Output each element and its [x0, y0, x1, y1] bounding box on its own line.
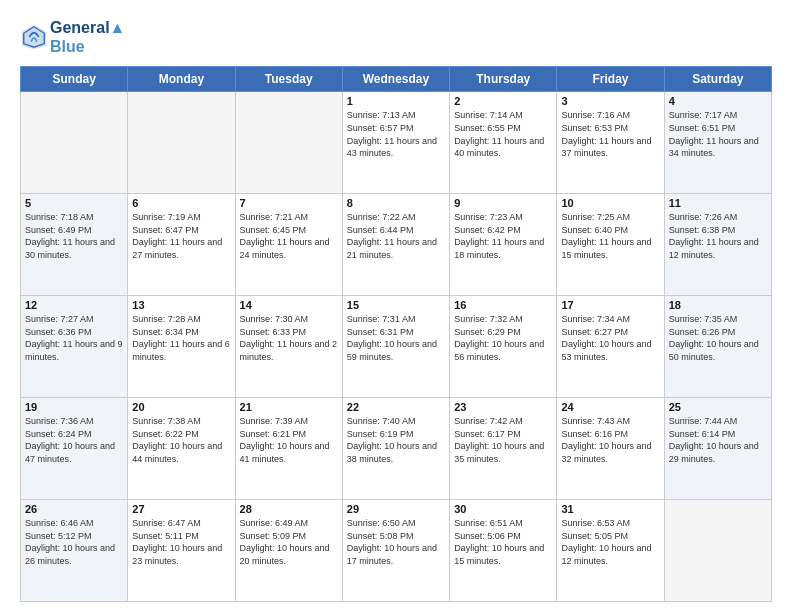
weekday-header-saturday: Saturday — [664, 67, 771, 92]
calendar-cell — [128, 92, 235, 194]
calendar-cell: 12Sunrise: 7:27 AMSunset: 6:36 PMDayligh… — [21, 296, 128, 398]
calendar-cell: 25Sunrise: 7:44 AMSunset: 6:14 PMDayligh… — [664, 398, 771, 500]
day-number: 22 — [347, 401, 445, 413]
calendar-cell: 6Sunrise: 7:19 AMSunset: 6:47 PMDaylight… — [128, 194, 235, 296]
day-info: Sunrise: 7:25 AMSunset: 6:40 PMDaylight:… — [561, 211, 659, 261]
day-info: Sunrise: 7:30 AMSunset: 6:33 PMDaylight:… — [240, 313, 338, 363]
page: General▲ Blue SundayMondayTuesdayWednesd… — [0, 0, 792, 612]
day-number: 7 — [240, 197, 338, 209]
calendar-cell: 1Sunrise: 7:13 AMSunset: 6:57 PMDaylight… — [342, 92, 449, 194]
day-info: Sunrise: 6:53 AMSunset: 5:05 PMDaylight:… — [561, 517, 659, 567]
calendar-week-1: 1Sunrise: 7:13 AMSunset: 6:57 PMDaylight… — [21, 92, 772, 194]
calendar-cell: 14Sunrise: 7:30 AMSunset: 6:33 PMDayligh… — [235, 296, 342, 398]
calendar-cell: 26Sunrise: 6:46 AMSunset: 5:12 PMDayligh… — [21, 500, 128, 602]
day-info: Sunrise: 7:36 AMSunset: 6:24 PMDaylight:… — [25, 415, 123, 465]
weekday-header-row: SundayMondayTuesdayWednesdayThursdayFrid… — [21, 67, 772, 92]
weekday-header-tuesday: Tuesday — [235, 67, 342, 92]
calendar-cell: 27Sunrise: 6:47 AMSunset: 5:11 PMDayligh… — [128, 500, 235, 602]
calendar-cell: 22Sunrise: 7:40 AMSunset: 6:19 PMDayligh… — [342, 398, 449, 500]
calendar-cell: 20Sunrise: 7:38 AMSunset: 6:22 PMDayligh… — [128, 398, 235, 500]
calendar-cell: 15Sunrise: 7:31 AMSunset: 6:31 PMDayligh… — [342, 296, 449, 398]
logo: General▲ Blue — [20, 18, 125, 56]
day-info: Sunrise: 6:46 AMSunset: 5:12 PMDaylight:… — [25, 517, 123, 567]
calendar-cell — [664, 500, 771, 602]
day-number: 28 — [240, 503, 338, 515]
logo-icon — [20, 23, 48, 51]
calendar-cell: 23Sunrise: 7:42 AMSunset: 6:17 PMDayligh… — [450, 398, 557, 500]
day-number: 9 — [454, 197, 552, 209]
day-info: Sunrise: 7:35 AMSunset: 6:26 PMDaylight:… — [669, 313, 767, 363]
day-number: 17 — [561, 299, 659, 311]
calendar-cell: 19Sunrise: 7:36 AMSunset: 6:24 PMDayligh… — [21, 398, 128, 500]
calendar-week-2: 5Sunrise: 7:18 AMSunset: 6:49 PMDaylight… — [21, 194, 772, 296]
calendar-cell — [235, 92, 342, 194]
day-number: 3 — [561, 95, 659, 107]
calendar-cell: 28Sunrise: 6:49 AMSunset: 5:09 PMDayligh… — [235, 500, 342, 602]
weekday-header-friday: Friday — [557, 67, 664, 92]
day-number: 12 — [25, 299, 123, 311]
calendar-cell: 10Sunrise: 7:25 AMSunset: 6:40 PMDayligh… — [557, 194, 664, 296]
day-info: Sunrise: 7:23 AMSunset: 6:42 PMDaylight:… — [454, 211, 552, 261]
calendar-cell: 5Sunrise: 7:18 AMSunset: 6:49 PMDaylight… — [21, 194, 128, 296]
calendar-cell: 16Sunrise: 7:32 AMSunset: 6:29 PMDayligh… — [450, 296, 557, 398]
day-info: Sunrise: 7:16 AMSunset: 6:53 PMDaylight:… — [561, 109, 659, 159]
day-info: Sunrise: 7:18 AMSunset: 6:49 PMDaylight:… — [25, 211, 123, 261]
day-info: Sunrise: 7:40 AMSunset: 6:19 PMDaylight:… — [347, 415, 445, 465]
day-info: Sunrise: 7:19 AMSunset: 6:47 PMDaylight:… — [132, 211, 230, 261]
day-info: Sunrise: 7:43 AMSunset: 6:16 PMDaylight:… — [561, 415, 659, 465]
weekday-header-monday: Monday — [128, 67, 235, 92]
calendar-week-3: 12Sunrise: 7:27 AMSunset: 6:36 PMDayligh… — [21, 296, 772, 398]
day-info: Sunrise: 7:17 AMSunset: 6:51 PMDaylight:… — [669, 109, 767, 159]
day-info: Sunrise: 7:32 AMSunset: 6:29 PMDaylight:… — [454, 313, 552, 363]
day-number: 24 — [561, 401, 659, 413]
calendar-cell: 7Sunrise: 7:21 AMSunset: 6:45 PMDaylight… — [235, 194, 342, 296]
calendar-cell: 8Sunrise: 7:22 AMSunset: 6:44 PMDaylight… — [342, 194, 449, 296]
day-info: Sunrise: 6:47 AMSunset: 5:11 PMDaylight:… — [132, 517, 230, 567]
day-info: Sunrise: 6:50 AMSunset: 5:08 PMDaylight:… — [347, 517, 445, 567]
calendar-cell: 24Sunrise: 7:43 AMSunset: 6:16 PMDayligh… — [557, 398, 664, 500]
day-number: 30 — [454, 503, 552, 515]
day-info: Sunrise: 6:51 AMSunset: 5:06 PMDaylight:… — [454, 517, 552, 567]
day-number: 19 — [25, 401, 123, 413]
day-number: 20 — [132, 401, 230, 413]
header: General▲ Blue — [20, 18, 772, 56]
calendar-cell: 29Sunrise: 6:50 AMSunset: 5:08 PMDayligh… — [342, 500, 449, 602]
day-info: Sunrise: 7:44 AMSunset: 6:14 PMDaylight:… — [669, 415, 767, 465]
calendar-cell: 13Sunrise: 7:28 AMSunset: 6:34 PMDayligh… — [128, 296, 235, 398]
calendar-cell: 18Sunrise: 7:35 AMSunset: 6:26 PMDayligh… — [664, 296, 771, 398]
day-number: 23 — [454, 401, 552, 413]
weekday-header-wednesday: Wednesday — [342, 67, 449, 92]
day-number: 14 — [240, 299, 338, 311]
day-info: Sunrise: 7:34 AMSunset: 6:27 PMDaylight:… — [561, 313, 659, 363]
day-info: Sunrise: 7:28 AMSunset: 6:34 PMDaylight:… — [132, 313, 230, 363]
day-info: Sunrise: 7:42 AMSunset: 6:17 PMDaylight:… — [454, 415, 552, 465]
day-number: 4 — [669, 95, 767, 107]
day-info: Sunrise: 7:31 AMSunset: 6:31 PMDaylight:… — [347, 313, 445, 363]
weekday-header-sunday: Sunday — [21, 67, 128, 92]
day-number: 1 — [347, 95, 445, 107]
day-info: Sunrise: 7:21 AMSunset: 6:45 PMDaylight:… — [240, 211, 338, 261]
day-info: Sunrise: 7:26 AMSunset: 6:38 PMDaylight:… — [669, 211, 767, 261]
day-number: 27 — [132, 503, 230, 515]
calendar-cell: 30Sunrise: 6:51 AMSunset: 5:06 PMDayligh… — [450, 500, 557, 602]
calendar-cell: 9Sunrise: 7:23 AMSunset: 6:42 PMDaylight… — [450, 194, 557, 296]
day-info: Sunrise: 7:22 AMSunset: 6:44 PMDaylight:… — [347, 211, 445, 261]
day-info: Sunrise: 7:39 AMSunset: 6:21 PMDaylight:… — [240, 415, 338, 465]
day-number: 29 — [347, 503, 445, 515]
day-number: 16 — [454, 299, 552, 311]
calendar-cell: 21Sunrise: 7:39 AMSunset: 6:21 PMDayligh… — [235, 398, 342, 500]
day-info: Sunrise: 7:27 AMSunset: 6:36 PMDaylight:… — [25, 313, 123, 363]
svg-marker-0 — [22, 25, 46, 49]
calendar-cell: 31Sunrise: 6:53 AMSunset: 5:05 PMDayligh… — [557, 500, 664, 602]
calendar-cell — [21, 92, 128, 194]
calendar-cell: 2Sunrise: 7:14 AMSunset: 6:55 PMDaylight… — [450, 92, 557, 194]
calendar-cell: 3Sunrise: 7:16 AMSunset: 6:53 PMDaylight… — [557, 92, 664, 194]
day-info: Sunrise: 7:13 AMSunset: 6:57 PMDaylight:… — [347, 109, 445, 159]
day-number: 11 — [669, 197, 767, 209]
day-number: 5 — [25, 197, 123, 209]
day-info: Sunrise: 7:38 AMSunset: 6:22 PMDaylight:… — [132, 415, 230, 465]
calendar-week-5: 26Sunrise: 6:46 AMSunset: 5:12 PMDayligh… — [21, 500, 772, 602]
day-number: 8 — [347, 197, 445, 209]
day-number: 21 — [240, 401, 338, 413]
calendar-table: SundayMondayTuesdayWednesdayThursdayFrid… — [20, 66, 772, 602]
